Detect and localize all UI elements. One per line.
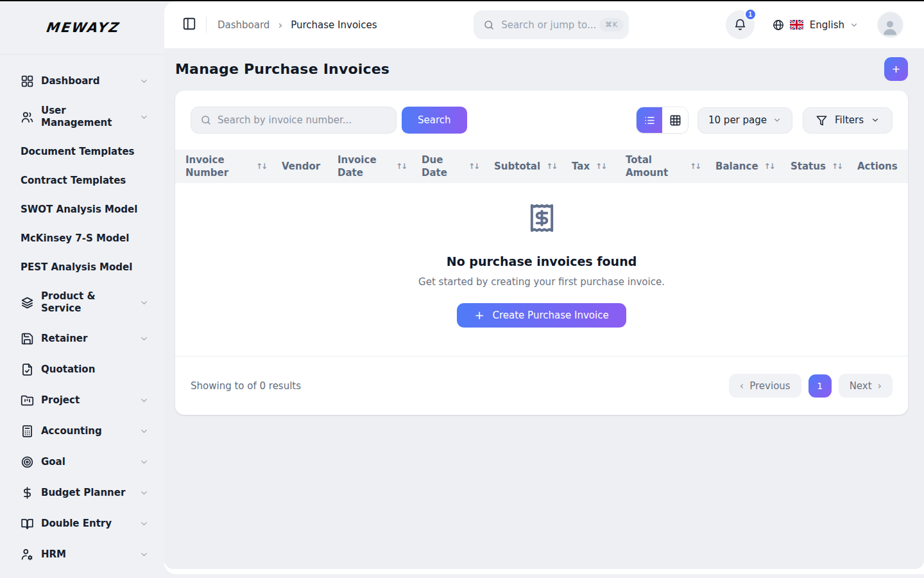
- per-page-select[interactable]: 10 per page: [697, 107, 792, 134]
- chevron-down-icon: [139, 426, 149, 436]
- add-invoice-button[interactable]: +: [884, 57, 908, 81]
- receipt-icon: [527, 200, 557, 236]
- sidebar-item-goal[interactable]: Goal: [0, 446, 164, 477]
- header-actions: 1 English: [726, 10, 903, 39]
- results-summary: Showing to of 0 results: [191, 380, 301, 392]
- chevron-left-icon: ‹: [740, 381, 744, 391]
- column-header-status[interactable]: Status↑↓: [791, 160, 857, 173]
- search-icon: [483, 19, 495, 31]
- column-label: Actions: [857, 160, 898, 173]
- sidebar-item-retainer[interactable]: Retainer: [0, 323, 164, 354]
- sidebar-item-mckinsey-7-s-model[interactable]: McKinsey 7-S Model: [0, 224, 164, 253]
- sort-icon: ↑↓: [690, 160, 700, 173]
- filter-funnel-icon: [816, 114, 828, 127]
- sidebar-toggle-button[interactable]: [182, 17, 196, 33]
- notifications-button[interactable]: 1: [726, 10, 755, 39]
- chevron-down-icon: [139, 396, 149, 405]
- user-avatar[interactable]: [877, 12, 903, 38]
- sidebar-item-product-service[interactable]: Product & Service: [0, 282, 164, 323]
- folder-kanban-icon: [21, 393, 35, 407]
- chevron-down-icon: [773, 116, 782, 125]
- sidebar-item-label: Product & Service: [41, 290, 134, 315]
- page-content: Manage Purchase Invoices + Search: [164, 48, 924, 569]
- chevron-down-icon: [139, 488, 149, 498]
- language-label: English: [810, 19, 844, 31]
- sidebar-item-dashboard[interactable]: Dashboard: [0, 66, 164, 96]
- sidebar-item-swot-analysis-model[interactable]: SWOT Analysis Model: [0, 195, 164, 224]
- user-cog-icon: [21, 547, 35, 561]
- chevron-down-icon: [139, 519, 149, 529]
- list-view-button[interactable]: [637, 107, 662, 133]
- sidebar-item-hrm[interactable]: HRM: [0, 539, 164, 570]
- sidebar-item-label: Dashboard: [41, 75, 134, 87]
- sort-icon: ↑↓: [256, 160, 266, 173]
- chevron-down-icon: [139, 298, 149, 308]
- column-header-balance[interactable]: Balance↑↓: [715, 160, 791, 173]
- grid-view-button[interactable]: [662, 107, 688, 133]
- sidebar-item-label: SWOT Analysis Model: [21, 204, 149, 216]
- create-purchase-invoice-button[interactable]: + Create Purchase Invoice: [457, 303, 626, 328]
- global-search-placeholder: Search or jump to...: [501, 19, 599, 31]
- search-button[interactable]: Search: [402, 107, 467, 134]
- sidebar-item-project[interactable]: Project: [0, 385, 164, 416]
- sidebar-item-double-entry[interactable]: Double Entry: [0, 508, 164, 539]
- chevron-down-icon: [139, 457, 149, 467]
- next-label: Next: [850, 380, 872, 392]
- sidebar-item-label: McKinsey 7-S Model: [21, 232, 149, 245]
- filters-button[interactable]: Filters: [803, 107, 893, 134]
- breadcrumb: Dashboard › Purchase Invoices: [218, 19, 377, 31]
- empty-state-title: No purchase invoices found: [175, 254, 908, 268]
- column-header-invoice-number[interactable]: Invoice Number↑↓: [185, 153, 282, 179]
- sidebar-item-accounting[interactable]: Accounting: [0, 416, 164, 446]
- calculator-icon: [21, 424, 35, 438]
- breadcrumb-separator-icon: ›: [278, 19, 282, 31]
- empty-state: No purchase invoices found Get started b…: [175, 183, 908, 356]
- chevron-down-icon: [850, 21, 859, 30]
- table-header-row: Invoice Number↑↓VendorInvoice Date↑↓Due …: [175, 150, 908, 183]
- sidebar-nav: DashboardUser ManagementDocument Templat…: [0, 55, 164, 576]
- search-icon: [200, 114, 212, 126]
- sidebar-item-label: Contract Templates: [21, 175, 149, 187]
- previous-page-button[interactable]: ‹ Previous: [729, 374, 801, 398]
- breadcrumb-dashboard[interactable]: Dashboard: [218, 19, 270, 31]
- view-toggle: [636, 107, 689, 134]
- empty-state-subtitle: Get started by creating your first purch…: [175, 276, 908, 288]
- chevron-down-icon: [139, 112, 149, 122]
- sidebar-item-user-management[interactable]: User Management: [0, 96, 164, 137]
- column-header-due-date[interactable]: Due Date↑↓: [422, 153, 494, 179]
- invoice-search-input[interactable]: [218, 114, 388, 126]
- sidebar-item-document-templates[interactable]: Document Templates: [0, 137, 164, 166]
- sidebar-item-quotation[interactable]: Quotation: [0, 354, 164, 385]
- invoices-card: Search 10 per page: [175, 91, 908, 415]
- sidebar-item-label: Budget Planner: [41, 487, 134, 499]
- sort-icon: ↑↓: [468, 160, 479, 173]
- sidebar-item-pest-analysis-model[interactable]: PEST Analysis Model: [0, 253, 164, 282]
- column-label: Vendor: [282, 160, 320, 173]
- plus-icon: +: [474, 310, 484, 321]
- sidebar-item-label: Accounting: [41, 425, 134, 437]
- per-page-value: 10 per page: [708, 114, 767, 126]
- sidebar-item-budget-planner[interactable]: Budget Planner: [0, 477, 164, 508]
- column-label: Tax: [572, 160, 590, 173]
- book-open-icon: [21, 516, 35, 530]
- sidebar-item-label: Goal: [41, 456, 134, 468]
- page-title-row: Manage Purchase Invoices +: [175, 57, 908, 81]
- card-footer: Showing to of 0 results ‹ Previous 1 Nex…: [175, 356, 908, 415]
- column-header-tax[interactable]: Tax↑↓: [572, 160, 626, 173]
- page-1-button[interactable]: 1: [809, 374, 832, 398]
- dollar-icon: [21, 486, 35, 500]
- sort-icon: ↑↓: [832, 160, 842, 173]
- global-search-input[interactable]: Search or jump to... ⌘K: [474, 10, 629, 39]
- language-selector[interactable]: English: [772, 19, 859, 31]
- sidebar-item-contract-templates[interactable]: Contract Templates: [0, 166, 164, 195]
- column-header-total-amount[interactable]: Total Amount↑↓: [626, 153, 715, 179]
- previous-label: Previous: [749, 380, 790, 392]
- sidebar-item-label: Retainer: [41, 333, 134, 345]
- sort-icon: ↑↓: [396, 160, 406, 173]
- column-header-subtotal[interactable]: Subtotal↑↓: [494, 160, 572, 173]
- sort-icon: ↑↓: [764, 160, 774, 173]
- column-header-invoice-date[interactable]: Invoice Date↑↓: [338, 153, 422, 179]
- next-page-button[interactable]: Next ›: [839, 374, 893, 398]
- sidebar-item-label: Document Templates: [21, 146, 149, 158]
- column-label: Invoice Date: [338, 153, 390, 179]
